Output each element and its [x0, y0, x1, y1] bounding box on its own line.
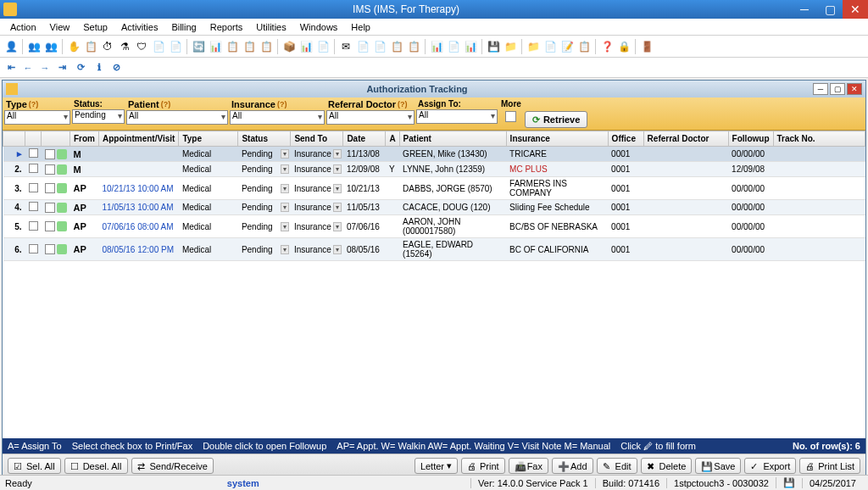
doc-icon[interactable]: [45, 183, 55, 193]
row-icons[interactable]: [42, 147, 70, 162]
tb-icon[interactable]: ⏱: [100, 39, 115, 54]
cell-sendto[interactable]: Insurance: [291, 238, 343, 261]
cell-status[interactable]: Pending: [238, 147, 291, 162]
col-appt[interactable]: Appointment/Visit: [99, 131, 179, 147]
tb-lock-icon[interactable]: 🔒: [616, 39, 632, 54]
send-receive-button[interactable]: ⇄Send/Receive: [131, 458, 214, 474]
tb-icon[interactable]: 📊: [429, 39, 444, 54]
tb-icon[interactable]: ✉: [338, 39, 353, 54]
cell-status[interactable]: Pending: [238, 162, 291, 177]
menu-view[interactable]: View: [43, 20, 77, 34]
col-followup[interactable]: Followup: [728, 131, 773, 147]
cell-appt[interactable]: 11/05/13 10:00 AM: [99, 200, 179, 215]
tb-icon[interactable]: 🔄: [191, 39, 206, 54]
menu-utilities[interactable]: Utilities: [249, 20, 292, 34]
cell-status[interactable]: Pending: [238, 215, 291, 238]
cell-sendto[interactable]: Insurance: [291, 200, 343, 215]
col-from[interactable]: From: [70, 131, 99, 147]
tb-exit-icon[interactable]: 🚪: [639, 39, 654, 54]
patient-select[interactable]: All: [126, 110, 228, 125]
row-icons[interactable]: [42, 162, 70, 177]
tb-icon[interactable]: 📄: [315, 39, 331, 54]
cell-sendto[interactable]: Insurance: [291, 162, 343, 177]
patient-help-icon[interactable]: (?): [161, 100, 171, 109]
tb-help-icon[interactable]: ❓: [599, 39, 615, 54]
add-button[interactable]: ➕Add: [552, 458, 593, 474]
row-check[interactable]: [25, 177, 42, 200]
col-sendto[interactable]: Send To: [291, 131, 343, 147]
row-check[interactable]: [25, 215, 42, 238]
col-status[interactable]: Status: [238, 131, 291, 147]
cell-status[interactable]: Pending: [238, 200, 291, 215]
nav-next-icon[interactable]: →: [37, 60, 53, 75]
note-icon[interactable]: [57, 244, 67, 254]
cell-status[interactable]: Pending: [238, 238, 291, 261]
delete-button[interactable]: ✖Delete: [641, 458, 693, 474]
cell-status[interactable]: Pending: [238, 177, 291, 200]
maximize-button[interactable]: ▢: [817, 0, 843, 19]
nav-info-icon[interactable]: ℹ: [92, 60, 107, 75]
close-button[interactable]: ✕: [843, 0, 868, 19]
note-icon[interactable]: [57, 164, 67, 175]
tb-icon[interactable]: 📋: [576, 39, 592, 54]
tb-icon[interactable]: 📄: [151, 39, 166, 54]
tb-icon[interactable]: 📊: [208, 39, 223, 54]
assign-select[interactable]: All: [416, 109, 498, 124]
tb-icon[interactable]: 📝: [559, 39, 575, 54]
row-check[interactable]: [25, 238, 42, 261]
sub-close-button[interactable]: ✕: [847, 83, 862, 95]
row-check[interactable]: [25, 162, 42, 177]
tb-icon[interactable]: 📋: [259, 39, 274, 54]
menu-billing[interactable]: Billing: [164, 20, 203, 34]
nav-stop-icon[interactable]: ⊘: [108, 60, 124, 75]
row-icons[interactable]: [42, 177, 70, 200]
sub-maximize-button[interactable]: ▢: [830, 83, 845, 95]
save-button[interactable]: 💾Save: [695, 458, 741, 474]
cell-appt[interactable]: 10/21/13 10:00 AM: [99, 177, 179, 200]
table-row[interactable]: 2.MMedicalPendingInsurance12/09/08YLYNNE…: [3, 162, 865, 177]
type-help-icon[interactable]: (?): [29, 100, 39, 109]
tb-icon[interactable]: 🛡: [134, 39, 149, 54]
tb-icon[interactable]: ⚗: [117, 39, 132, 54]
tb-icon[interactable]: 📋: [406, 39, 421, 54]
tb-icon[interactable]: 👥: [26, 39, 42, 54]
menu-activities[interactable]: Activities: [114, 20, 164, 34]
col-trackno[interactable]: Track No.: [773, 131, 865, 147]
cell-appt[interactable]: [99, 162, 179, 177]
menu-reports[interactable]: Reports: [203, 20, 250, 34]
tb-icon[interactable]: 📋: [83, 39, 98, 54]
cell-sendto[interactable]: Insurance: [291, 215, 343, 238]
cell-appt[interactable]: [99, 147, 179, 162]
tb-icon[interactable]: 📋: [389, 39, 404, 54]
nav-first-icon[interactable]: ⇤: [3, 60, 19, 75]
doc-icon[interactable]: [45, 244, 55, 254]
fax-button[interactable]: 📠Fax: [509, 458, 548, 474]
tb-icon[interactable]: 👥: [43, 39, 58, 54]
tb-icon[interactable]: 📄: [168, 39, 183, 54]
tb-icon[interactable]: 📁: [526, 39, 541, 54]
col-icons[interactable]: [42, 131, 70, 147]
nav-last-icon[interactable]: ⇥: [54, 60, 70, 75]
cell-appt[interactable]: 08/05/16 12:00 PM: [99, 238, 179, 261]
note-icon[interactable]: [57, 221, 67, 231]
col-type[interactable]: Type: [179, 131, 238, 147]
deselect-all-button[interactable]: ☐Desel. All: [64, 458, 128, 474]
doc-icon[interactable]: [45, 203, 55, 213]
insurance-help-icon[interactable]: (?): [277, 100, 287, 109]
tb-icon[interactable]: 📋: [242, 39, 257, 54]
row-icons[interactable]: [42, 200, 70, 215]
sub-minimize-button[interactable]: ─: [813, 83, 828, 95]
note-icon[interactable]: [57, 183, 67, 193]
cell-sendto[interactable]: Insurance: [291, 177, 343, 200]
tb-icon[interactable]: 📄: [446, 39, 461, 54]
row-icons[interactable]: [42, 238, 70, 261]
menu-action[interactable]: Action: [3, 20, 43, 34]
row-check[interactable]: [25, 200, 42, 215]
col-referral[interactable]: Referral Doctor: [643, 131, 728, 147]
col-date[interactable]: Date: [343, 131, 386, 147]
menu-help[interactable]: Help: [344, 20, 377, 34]
table-row[interactable]: ▸MMedicalPendingInsurance11/13/08GREEN, …: [3, 147, 865, 162]
tb-icon[interactable]: 📄: [355, 39, 370, 54]
insurance-select[interactable]: All: [230, 110, 325, 125]
doc-icon[interactable]: [45, 149, 55, 159]
